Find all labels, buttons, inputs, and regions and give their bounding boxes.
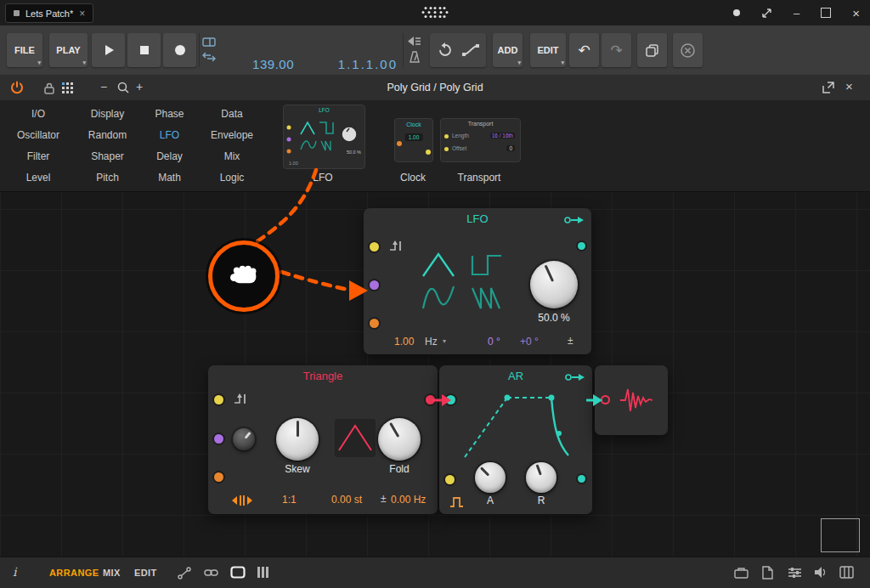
piano-panel-icon[interactable] [839, 566, 854, 579]
follow-playhead-icon[interactable] [407, 36, 422, 47]
port-mod-purple[interactable] [214, 434, 223, 444]
transport-port-yellow [444, 134, 449, 139]
lfo-phase-value[interactable]: 0 ° [488, 336, 500, 348]
link-icon[interactable] [204, 567, 218, 579]
category-shaper[interactable]: Shaper [91, 150, 124, 162]
project-tab-close-icon[interactable]: × [79, 8, 85, 19]
maximize-icon[interactable] [821, 8, 831, 18]
category-data[interactable]: Data [221, 108, 242, 120]
arrange-tab[interactable]: ARRANGE [49, 568, 99, 578]
category-logic[interactable]: Logic [220, 172, 245, 184]
edit-tab[interactable]: EDIT [134, 568, 157, 578]
skew-knob[interactable] [276, 418, 319, 461]
release-knob[interactable] [526, 462, 556, 493]
category-filter[interactable]: Filter [27, 150, 50, 162]
minimize-icon[interactable]: – [794, 8, 799, 19]
fullscreen-icon[interactable] [761, 8, 772, 19]
fold-knob[interactable] [378, 418, 421, 461]
clock-module-preview[interactable]: Clock 1.00 [394, 118, 433, 162]
freq-bipolar-toggle[interactable]: ± [381, 493, 387, 505]
category-mix[interactable]: Mix [224, 150, 240, 162]
retrigger-icon[interactable] [389, 240, 403, 252]
port-pre-yellow[interactable] [370, 242, 379, 252]
edit-button[interactable]: EDIT ▾ [530, 33, 566, 67]
category-math[interactable]: Math [158, 172, 181, 184]
port-out-teal[interactable] [578, 242, 585, 250]
category-level[interactable]: Level [26, 172, 51, 184]
gate-mode-icon[interactable] [449, 495, 466, 508]
port-rate-orange[interactable] [370, 319, 379, 328]
port-in-red-ring[interactable] [601, 395, 610, 404]
lfo-waveform-selector[interactable] [416, 249, 511, 315]
speaker-icon[interactable] [814, 566, 828, 579]
panel-close-icon[interactable]: × [845, 79, 853, 93]
ar-module[interactable]: AR A R [439, 365, 592, 514]
category-oscillator[interactable]: Oscillator [17, 129, 59, 141]
loop-icon[interactable] [437, 42, 454, 58]
project-panel-icon[interactable] [734, 567, 749, 579]
status-dot-icon[interactable] [733, 9, 740, 16]
info-icon[interactable]: i [13, 565, 17, 579]
lfo-bipolar-toggle[interactable]: ± [568, 335, 573, 347]
play-menu-button[interactable]: PLAY ▾ [49, 33, 88, 67]
lfo-phase-offset[interactable]: +0 ° [520, 336, 539, 348]
stop-button[interactable] [127, 33, 161, 67]
redo-button[interactable]: ↷ [602, 33, 631, 67]
port-out2-teal[interactable] [578, 475, 585, 483]
retrigger-icon[interactable] [234, 393, 247, 405]
routing-icon[interactable] [178, 567, 191, 580]
category-lfo[interactable]: LFO [160, 129, 179, 141]
mix-tab[interactable]: MIX [103, 568, 121, 578]
attack-knob[interactable] [475, 462, 506, 493]
device-panel-toggle-icon[interactable] [230, 566, 246, 579]
caret-down-icon[interactable]: ▾ [443, 337, 446, 345]
ratio-value[interactable]: 1:1 [282, 494, 297, 506]
record-button[interactable] [163, 33, 196, 67]
lfo-rate-value[interactable]: 1.00 [394, 336, 414, 348]
dismiss-button[interactable] [673, 33, 703, 67]
port-out-red[interactable] [426, 395, 435, 404]
triangle-module[interactable]: Triangle Skew Fold 1:1 0.00 st ± 0.00 Hz [208, 365, 438, 514]
position-display[interactable]: 1.1.1.00 [299, 57, 398, 71]
freq-value[interactable]: 0.00 Hz [391, 494, 426, 506]
lfo-rate-unit[interactable]: Hz [425, 336, 438, 348]
file-button[interactable]: FILE ▾ [7, 33, 42, 67]
port-gate-yellow[interactable] [445, 475, 455, 484]
undo-button[interactable]: ↶ [569, 33, 599, 67]
pop-out-icon[interactable] [822, 82, 834, 93]
category-phase[interactable]: Phase [155, 108, 184, 120]
category-io[interactable]: I/O [31, 108, 45, 120]
columns-icon[interactable] [257, 567, 268, 578]
transport-toggles [407, 36, 422, 63]
pitch-value[interactable]: 0.00 st [331, 494, 362, 506]
port-phase-yellow[interactable] [214, 395, 223, 404]
category-display[interactable]: Display [91, 108, 124, 120]
project-tab[interactable]: Lets Patch* × [5, 3, 93, 23]
metronome-icon[interactable] [409, 51, 421, 63]
phase-mod-knob[interactable] [233, 428, 255, 450]
category-delay[interactable]: Delay [156, 150, 183, 162]
add-button[interactable]: ADD ▾ [493, 33, 523, 67]
output-connector-icon[interactable] [565, 373, 585, 382]
category-random[interactable]: Random [88, 129, 127, 141]
transport-module-preview[interactable]: Transport Length 16 / 16th Offset 0 [440, 118, 521, 162]
automation-curve-icon[interactable] [462, 44, 479, 56]
file-browser-icon[interactable] [762, 566, 773, 580]
port-mod-purple[interactable] [370, 280, 379, 290]
audio-sidechain-module[interactable] [595, 365, 668, 435]
category-pitch[interactable]: Pitch [96, 172, 119, 184]
output-connector-icon[interactable] [564, 216, 585, 224]
duplicate-button[interactable] [637, 33, 667, 67]
lfo-amount-value[interactable]: 50.0 % [525, 312, 583, 324]
lfo-amount-knob[interactable] [530, 261, 578, 308]
window-close-icon[interactable]: × [852, 7, 860, 20]
mixer-panel-icon[interactable] [788, 567, 802, 579]
tempo-display[interactable]: 139.00 [212, 57, 294, 71]
lfo-module-preview[interactable]: LFO 1.00 50.0 % [283, 105, 365, 169]
port-in-teal[interactable] [446, 395, 455, 404]
unison-spread-icon[interactable] [230, 495, 254, 506]
play-button[interactable] [92, 33, 125, 67]
port-pitch-orange[interactable] [214, 472, 223, 482]
lfo-module[interactable]: LFO 50.0 % 1.00 Hz ▾ 0 ° +0 ° ± [364, 208, 591, 354]
category-envelope[interactable]: Envelope [211, 129, 253, 141]
